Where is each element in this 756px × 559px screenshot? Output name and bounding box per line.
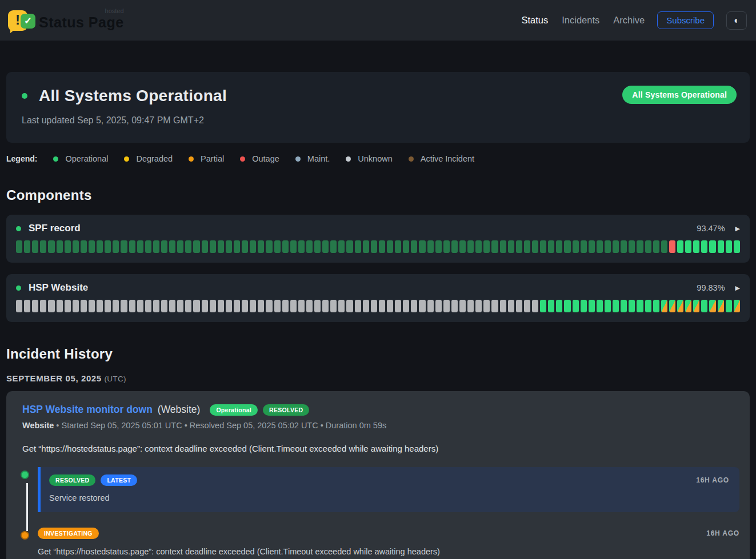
- incident-date: SEPTEMBER 05, 2025: [6, 373, 102, 383]
- incident-description: Get “https://hostedstatus.page”: context…: [16, 444, 739, 453]
- incident-card: HSP Website monitor down (Website) Opera…: [6, 391, 750, 559]
- badge-resolved: RESOLVED: [263, 404, 309, 416]
- uptime-bar-ok: [645, 300, 651, 312]
- uptime-bar-unknown: [210, 300, 216, 312]
- uptime-bar-dim: [177, 240, 183, 253]
- uptime-bar-unknown: [105, 300, 111, 312]
- legend-item-label: Partial: [201, 154, 224, 163]
- uptime-bar-dim: [137, 240, 143, 253]
- legend-dot: [189, 156, 194, 162]
- uptime-bar-partial: [693, 300, 699, 312]
- uptime-bar-dim: [629, 240, 635, 253]
- uptime-bar-unknown: [483, 300, 490, 312]
- uptime-bar-unknown: [306, 300, 313, 312]
- uptime-bar-dim: [435, 240, 442, 253]
- uptime-bar-dim: [306, 240, 313, 253]
- uptime-bar-ok: [597, 300, 603, 312]
- uptime-bar-dim: [548, 240, 554, 253]
- timeline-dot: [21, 531, 29, 540]
- uptime-bar-ok: [701, 240, 707, 253]
- uptime-bar-unknown: [338, 300, 345, 312]
- update-block: INVESTIGATING16H AGOGet “https://hosteds…: [38, 528, 739, 556]
- uptime-bar-ok: [540, 300, 546, 312]
- uptime-bar-dim: [508, 240, 514, 253]
- component-card-hsp-website[interactable]: HSP Website99.83%▶: [6, 274, 750, 322]
- component-card-spf-record[interactable]: SPF record93.47%▶: [6, 215, 750, 263]
- theme-toggle-button[interactable]: ◐: [726, 11, 747, 30]
- uptime-bars: [16, 300, 740, 312]
- components-list: SPF record93.47%▶HSP Website99.83%▶: [6, 215, 750, 322]
- uptime-bar-dim: [105, 240, 111, 253]
- uptime-bar-unknown: [32, 300, 38, 312]
- speech-bubble-tail: [10, 29, 16, 33]
- component-name: SPF record: [29, 223, 81, 234]
- overall-status-badge: All Systems Operational: [622, 86, 737, 104]
- uptime-bar-partial: [661, 300, 667, 312]
- uptime-bar-dim: [210, 240, 216, 253]
- uptime-bar-outage: [669, 240, 675, 253]
- legend-item-maint-: Maint.: [295, 154, 330, 163]
- uptime-bar-ok: [605, 300, 611, 312]
- uptime-bar-unknown: [266, 300, 272, 312]
- brand-logo[interactable]: ! ✓ hosted Status Page: [7, 8, 124, 33]
- header: ! ✓ hosted Status Page StatusIncidentsAr…: [0, 0, 756, 41]
- uptime-bar-unknown: [242, 300, 248, 312]
- uptime-bar-dim: [89, 240, 95, 253]
- uptime-bar-unknown: [137, 300, 143, 312]
- uptime-bar-ok: [637, 300, 643, 312]
- uptime-bar-unknown: [508, 300, 514, 312]
- uptime-bar-unknown: [89, 300, 95, 312]
- uptime-bar-dim: [202, 240, 208, 253]
- legend-dot: [409, 156, 414, 162]
- checkmark-icon: ✓: [24, 15, 32, 27]
- uptime-bar-dim: [73, 240, 79, 253]
- uptime-bar-dim: [218, 240, 224, 253]
- subscribe-button[interactable]: Subscribe: [657, 11, 714, 29]
- legend-item-label: Operational: [65, 154, 108, 163]
- uptime-bar-ok: [548, 300, 554, 312]
- uptime-bar-unknown: [443, 300, 450, 312]
- uptime-bar-dim: [97, 240, 103, 253]
- uptime-bar-dim: [65, 240, 71, 253]
- nav-link-status[interactable]: Status: [521, 15, 548, 26]
- uptime-bar-dim: [387, 240, 393, 253]
- uptime-bar-ok: [613, 300, 619, 312]
- timeline-entry: INVESTIGATING16H AGOGet “https://hosteds…: [16, 528, 739, 556]
- nav-link-archive[interactable]: Archive: [613, 15, 645, 26]
- uptime-bar-ok: [693, 240, 699, 253]
- status-page-logo-icon: ! ✓: [7, 8, 33, 33]
- uptime-bar-unknown: [314, 300, 321, 312]
- uptime-bar-unknown: [500, 300, 506, 312]
- uptime-bar-unknown: [73, 300, 79, 312]
- uptime-bar-unknown: [16, 300, 22, 312]
- brand-superscript: hosted: [105, 7, 124, 14]
- uptime-bar-dim: [266, 240, 272, 253]
- expand-caret-icon[interactable]: ▶: [735, 284, 740, 292]
- last-updated-text: Last updated Sep 5, 2025, 09:47 PM GMT+2: [22, 115, 734, 126]
- expand-caret-icon[interactable]: ▶: [735, 225, 740, 232]
- uptime-bar-dim: [532, 240, 538, 253]
- uptime-bar-dim: [459, 240, 466, 253]
- uptime-bar-ok: [589, 300, 595, 312]
- uptime-bar-dim: [500, 240, 506, 253]
- uptime-bar-dim: [145, 240, 151, 253]
- nav-link-incidents[interactable]: Incidents: [562, 15, 599, 26]
- legend-item-label: Outage: [252, 154, 279, 163]
- incident-title-link[interactable]: HSP Website monitor down: [22, 404, 153, 416]
- uptime-bar-partial: [685, 300, 691, 312]
- uptime-bar-dim: [16, 240, 22, 253]
- uptime-bar-unknown: [298, 300, 305, 312]
- uptime-bar-dim: [645, 240, 651, 253]
- uptime-bar-unknown: [282, 300, 289, 312]
- main-nav: StatusIncidentsArchive: [521, 15, 645, 26]
- uptime-bar-dim: [57, 240, 63, 253]
- uptime-bar-unknown: [202, 300, 208, 312]
- legend-label: Legend:: [6, 154, 37, 163]
- uptime-bar-dim: [24, 240, 30, 253]
- uptime-bar-dim: [581, 240, 587, 253]
- uptime-bar-dim: [621, 240, 627, 253]
- legend-item-label: Unknown: [358, 154, 392, 163]
- overall-status-title: All Systems Operational: [39, 87, 227, 105]
- legend-dot: [346, 156, 351, 162]
- uptime-bar-ok: [573, 300, 579, 312]
